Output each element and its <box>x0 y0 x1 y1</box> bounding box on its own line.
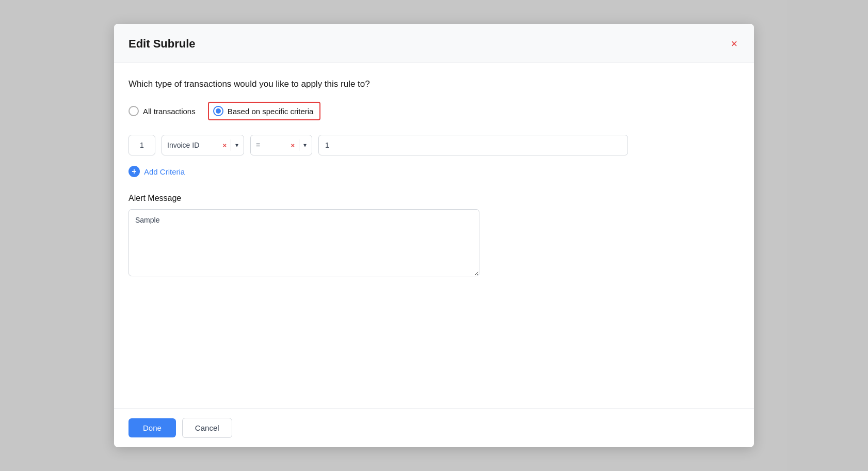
add-criteria-icon: + <box>128 166 140 177</box>
radio-all-transactions[interactable]: All transactions <box>128 106 196 116</box>
criteria-operator-clear-icon[interactable]: × <box>291 142 295 149</box>
done-button[interactable]: Done <box>128 418 176 437</box>
radio-label-all: All transactions <box>143 107 196 116</box>
criteria-operator-dropdown-arrow-icon[interactable]: ▾ <box>303 142 307 149</box>
criteria-field-dropdown[interactable]: Invoice ID × ▾ <box>162 135 244 155</box>
radio-label-specific: Based on specific criteria <box>228 107 314 116</box>
add-criteria-label: Add Criteria <box>144 167 185 176</box>
add-criteria-button[interactable]: + Add Criteria <box>128 166 185 177</box>
divider <box>299 139 299 151</box>
alert-message-section: Alert Message Sample <box>128 194 740 278</box>
radio-circle-all <box>128 106 139 116</box>
criteria-value-input[interactable] <box>318 135 628 155</box>
criteria-number: 1 <box>128 135 155 155</box>
modal-title: Edit Subrule <box>128 37 196 51</box>
radio-specific-criteria[interactable]: Based on specific criteria <box>208 102 321 120</box>
modal-body: Which type of transactions would you lik… <box>114 62 754 408</box>
radio-circle-specific <box>213 106 223 116</box>
alert-message-textarea[interactable]: Sample <box>128 209 479 276</box>
cancel-button[interactable]: Cancel <box>182 418 232 438</box>
modal-footer: Done Cancel <box>114 408 754 447</box>
criteria-field-label: Invoice ID <box>167 141 218 149</box>
criteria-field-dropdown-arrow-icon[interactable]: ▾ <box>235 142 238 149</box>
question-text: Which type of transactions would you lik… <box>128 79 740 89</box>
modal-overlay: Edit Subrule × Which type of transaction… <box>0 0 868 471</box>
edit-subrule-modal: Edit Subrule × Which type of transaction… <box>114 24 754 447</box>
criteria-field-clear-icon[interactable]: × <box>222 142 227 149</box>
criteria-operator-label: = <box>256 141 286 149</box>
alert-message-label: Alert Message <box>128 194 740 203</box>
modal-header: Edit Subrule × <box>114 24 754 62</box>
close-button[interactable]: × <box>729 36 740 52</box>
radio-group: All transactions Based on specific crite… <box>128 102 740 120</box>
criteria-row: 1 Invoice ID × ▾ = × ▾ <box>128 135 740 155</box>
criteria-operator-dropdown[interactable]: = × ▾ <box>250 135 312 155</box>
divider <box>231 139 231 151</box>
